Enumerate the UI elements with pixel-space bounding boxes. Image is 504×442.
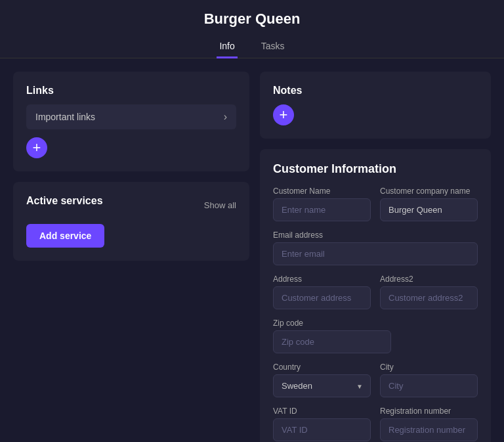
company-name-group: Customer company name [380,187,478,221]
main-content: Links Important links › + Active service… [0,58,504,442]
customer-info-card: Customer Information Customer Name Custo… [260,149,491,442]
city-group: City [380,363,478,397]
add-link-button[interactable]: + [26,137,47,158]
city-input[interactable] [380,374,478,397]
country-group: Country Sweden Norway Denmark Finland [273,363,371,397]
form-row-6: VAT ID Registration number [273,407,478,441]
vat-group: VAT ID [273,407,371,441]
zip-group: Zip code [273,319,391,353]
form-row-2: Email address [273,231,478,265]
customer-name-group: Customer Name [273,187,371,221]
registration-label: Registration number [380,407,478,416]
customer-info-title: Customer Information [273,162,478,176]
email-label: Email address [273,231,478,240]
city-label: City [380,363,478,372]
left-column: Links Important links › + Active service… [13,72,249,442]
form-row-4: Zip code [273,319,478,353]
add-service-button[interactable]: Add service [26,224,104,248]
company-name-label: Customer company name [380,187,478,196]
tabs-bar: Info Tasks [0,35,504,58]
customer-name-label: Customer Name [273,187,371,196]
zip-input[interactable] [273,330,391,353]
registration-group: Registration number [380,407,478,441]
right-column: Notes + Customer Information Customer Na… [260,72,491,442]
services-header: Active services Show all [26,195,236,215]
chevron-right-icon: › [224,111,227,123]
form-row-1: Customer Name Customer company name [273,187,478,221]
email-group: Email address [273,231,478,265]
vat-input[interactable] [273,418,371,441]
link-item-label: Important links [35,112,95,122]
address-group: Address [273,275,371,309]
address2-input[interactable] [380,286,478,309]
company-name-input[interactable] [380,198,478,221]
form-row-5: Country Sweden Norway Denmark Finland Ci… [273,363,478,397]
zip-label: Zip code [273,319,391,328]
customer-name-input[interactable] [273,198,371,221]
active-services-card: Active services Show all Add service [13,182,249,261]
important-links-item[interactable]: Important links › [26,104,236,129]
address2-label: Address2 [380,275,478,284]
address-input[interactable] [273,286,371,309]
tab-info[interactable]: Info [217,35,237,58]
notes-title: Notes [273,85,478,97]
add-note-button[interactable]: + [273,104,294,125]
notes-card: Notes + [260,72,491,139]
country-select-wrapper: Sweden Norway Denmark Finland [273,374,371,397]
links-title: Links [26,85,236,97]
services-title: Active services [26,195,103,207]
country-select[interactable]: Sweden Norway Denmark Finland [273,374,371,397]
country-label: Country [273,363,371,372]
links-card: Links Important links › + [13,72,249,171]
form-row-3: Address Address2 [273,275,478,309]
address2-group: Address2 [380,275,478,309]
vat-label: VAT ID [273,407,371,416]
show-all-link[interactable]: Show all [204,200,236,210]
tab-tasks[interactable]: Tasks [259,35,287,58]
email-input[interactable] [273,242,478,265]
header: Burger Queen Info Tasks [0,0,504,58]
address-label: Address [273,275,371,284]
registration-input[interactable] [380,418,478,441]
page-title: Burger Queen [0,11,504,28]
